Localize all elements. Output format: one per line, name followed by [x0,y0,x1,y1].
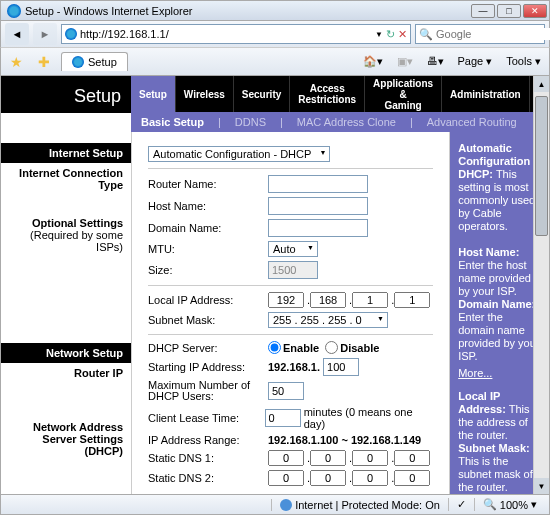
sub-tabs: Basic Setup | DDNS | MAC Address Clone |… [131,112,549,132]
search-box[interactable]: 🔍 ▼ [415,24,545,44]
dhcp-enable-radio[interactable] [268,341,281,354]
center-column: Setup Wireless Security Access Restricti… [131,76,549,494]
label-optional: Optional Settings (Required by some ISPs… [1,213,131,257]
subtab-routing[interactable]: Advanced Routing [427,116,517,128]
scroll-down-button[interactable]: ▼ [534,478,549,494]
dns1-label: Static DNS 1: [148,452,268,464]
tools-menu[interactable]: Tools ▾ [502,53,545,70]
scroll-thumb[interactable] [535,96,548,236]
dropdown-icon[interactable]: ▼ [375,30,383,39]
ip-octet-3[interactable] [352,292,388,308]
subtab-ddns[interactable]: DDNS [235,116,266,128]
max-users-input[interactable] [268,382,304,400]
tab-setup[interactable]: Setup [131,76,176,112]
content-viewport: Setup Internet Setup Internet Connection… [0,76,550,495]
dns1-1[interactable] [268,450,304,466]
browser-tab[interactable]: Setup [61,52,128,71]
subtab-basic[interactable]: Basic Setup [141,116,204,128]
subtab-mac[interactable]: MAC Address Clone [297,116,396,128]
label-router-ip: Router IP [1,363,131,383]
status-bar: Internet | Protected Mode: On ✓ 🔍 100% ▾ [0,495,550,515]
address-bar[interactable]: ▼ ↻ ✕ [61,24,411,44]
dns1-2[interactable] [310,450,346,466]
range-label: IP Address Range: [148,434,268,446]
dhcp-label: DHCP Server: [148,342,268,354]
tab-wireless[interactable]: Wireless [176,76,234,112]
start-ip-input[interactable] [323,358,359,376]
page-icon [65,28,77,40]
search-input[interactable] [436,28,550,40]
help-domainname: Domain Name: Enter the domain name provi… [458,298,541,363]
ip-range-value: 192.168.1.100 ~ 192.168.1.149 [268,434,421,446]
command-bar: ★ ✚ Setup 🏠▾ ▣▾ 🖶▾ Page ▾ Tools ▾ [0,48,550,76]
local-ip-label: Local IP Address: [148,294,268,306]
zone-info[interactable]: Internet | Protected Mode: On [271,499,448,511]
mtu-select[interactable]: Auto [268,241,318,257]
form-area: Automatic Configuration - DHCP Router Na… [131,132,450,494]
domain-name-input[interactable] [268,219,368,237]
navigation-bar: ◄ ► ▼ ↻ ✕ 🔍 ▼ [0,20,550,48]
host-name-input[interactable] [268,197,368,215]
subnet-label: Subnet Mask: [148,314,268,326]
mtu-label: MTU: [148,243,268,255]
ip-octet-2[interactable] [310,292,346,308]
dns2-4[interactable] [394,470,430,486]
dhcp-disable-radio[interactable] [325,341,338,354]
dns2-3[interactable] [352,470,388,486]
host-name-label: Host Name: [148,200,268,212]
lease-input[interactable] [265,409,301,427]
page-menu[interactable]: Page ▾ [454,53,497,70]
start-ip-label: Starting IP Address: [148,361,268,373]
scroll-up-button[interactable]: ▲ [534,76,549,92]
vertical-scrollbar[interactable]: ▲ ▼ [533,76,549,494]
add-favorites-button[interactable]: ✚ [33,51,55,73]
left-column: Setup Internet Setup Internet Connection… [1,76,131,494]
size-input [268,261,318,279]
tab-apps[interactable]: Applications & Gaming [365,76,442,112]
connection-type-select[interactable]: Automatic Configuration - DHCP [148,146,330,162]
dns2-label: Static DNS 2: [148,472,268,484]
dns2-2[interactable] [310,470,346,486]
mode-cell[interactable]: ✓ [448,498,474,511]
ie-icon [7,4,21,18]
stop-icon[interactable]: ✕ [398,28,407,41]
back-button[interactable]: ◄ [5,23,29,45]
window-title: Setup - Windows Internet Explorer [25,5,193,17]
help-hostname: Host Name: Enter the host name provided … [458,246,541,298]
max-users-label: Maximum Number of DHCP Users: [148,380,268,402]
dns1-4[interactable] [394,450,430,466]
lease-label: Client Lease Time: [148,412,265,424]
help-more-link-1[interactable]: More... [458,367,541,380]
tab-admin[interactable]: Administration [442,76,530,112]
minimize-button[interactable]: — [471,4,495,18]
close-button[interactable]: ✕ [523,4,547,18]
ip-octet-4[interactable] [394,292,430,308]
tab-access[interactable]: Access Restrictions [290,76,365,112]
forward-button[interactable]: ► [33,23,57,45]
router-name-input[interactable] [268,175,368,193]
subnet-select[interactable]: 255 . 255 . 255 . 0 [268,312,388,328]
help-subnet: Subnet Mask: This is the subnet mask of … [458,442,541,494]
router-name-label: Router Name: [148,178,268,190]
help-dhcp: Automatic Configuration - DHCP: This set… [458,142,541,233]
window-titlebar: Setup - Windows Internet Explorer — □ ✕ [0,0,550,20]
home-menu[interactable]: 🏠▾ [359,53,387,70]
globe-icon [280,499,292,511]
print-menu[interactable]: 🖶▾ [423,53,448,70]
ip-octet-1[interactable] [268,292,304,308]
zoom-cell[interactable]: 🔍 100% ▾ [474,498,545,511]
tab-icon [72,56,84,68]
tab-title: Setup [88,56,117,68]
section-network-setup: Network Setup [1,343,131,363]
refresh-icon[interactable]: ↻ [386,28,395,41]
dns2-1[interactable] [268,470,304,486]
favorites-button[interactable]: ★ [5,51,27,73]
feeds-menu[interactable]: ▣▾ [393,53,417,70]
maximize-button[interactable]: □ [497,4,521,18]
url-input[interactable] [80,28,372,40]
tab-security[interactable]: Security [234,76,290,112]
label-conn-type: Internet Connection Type [1,163,131,195]
size-label: Size: [148,264,268,276]
search-icon: 🔍 [419,28,433,41]
dns1-3[interactable] [352,450,388,466]
